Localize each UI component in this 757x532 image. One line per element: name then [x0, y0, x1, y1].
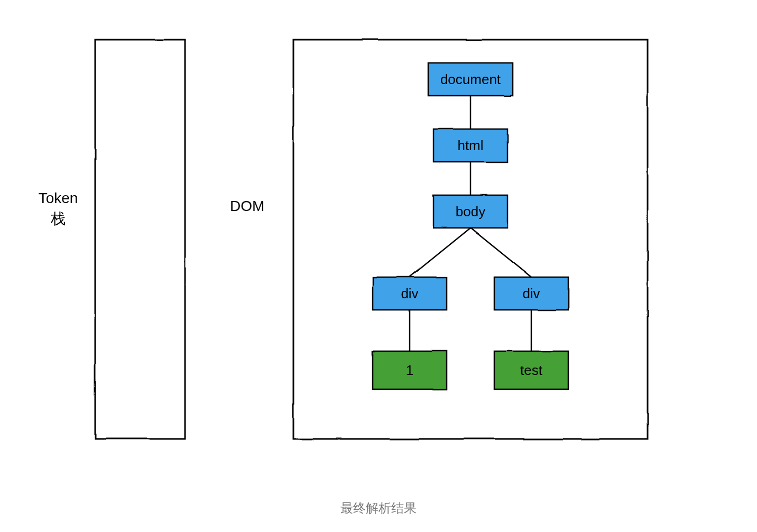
- dom-node-label-leaf_1: 1: [406, 362, 413, 378]
- dom-node-label-document: document: [440, 71, 501, 87]
- dom-node-leaf_1: 1: [373, 351, 447, 389]
- edge-body-div_left: [410, 228, 470, 277]
- dom-node-label-div_right: div: [522, 286, 540, 301]
- dom-node-leaf_test: test: [494, 351, 568, 389]
- dom-node-label-leaf_test: test: [520, 362, 543, 378]
- dom-node-label-body: body: [456, 204, 485, 219]
- dom-node-html: html: [433, 129, 507, 162]
- edge-body-div_right: [470, 228, 531, 277]
- dom-node-div_left: div: [373, 277, 447, 310]
- dom-node-document: document: [428, 63, 513, 96]
- dom-node-label-div_left: div: [401, 286, 418, 301]
- dom-node-body: body: [433, 195, 507, 228]
- dom-node-div_right: div: [494, 277, 568, 310]
- diagram-svg: documenthtmlbodydivdiv1test: [0, 0, 757, 532]
- dom-node-label-html: html: [457, 137, 483, 153]
- token-stack-box: [95, 40, 185, 439]
